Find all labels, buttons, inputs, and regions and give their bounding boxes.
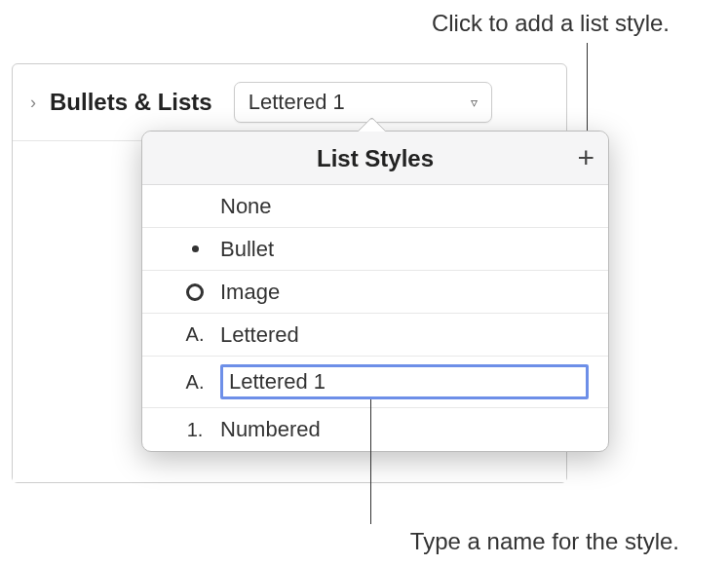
style-list: None Bullet Image A. Lettered A. 1. Numb…	[142, 185, 608, 451]
chevron-right-icon[interactable]: ›	[30, 93, 36, 113]
add-style-button[interactable]: +	[577, 143, 594, 172]
circle-icon	[179, 283, 211, 301]
section-label: Bullets & Lists	[50, 89, 212, 116]
style-label: Bullet	[220, 237, 274, 262]
style-item-lettered1[interactable]: A.	[142, 357, 608, 408]
style-item-bullet[interactable]: Bullet	[142, 228, 608, 271]
list-styles-popover: List Styles + None Bullet Image A. Lette…	[141, 131, 609, 452]
popover-header: List Styles +	[142, 132, 608, 185]
dropdown-value: Lettered 1	[249, 90, 345, 115]
style-item-none[interactable]: None	[142, 185, 608, 228]
style-name-input[interactable]	[220, 364, 589, 399]
popover-title: List Styles	[317, 145, 434, 171]
style-item-numbered[interactable]: 1. Numbered	[142, 408, 608, 451]
style-item-lettered[interactable]: A. Lettered	[142, 314, 608, 357]
marker-lettered: A.	[179, 323, 211, 346]
callout-add-style: Click to add a list style.	[432, 10, 670, 37]
style-label: Numbered	[220, 417, 321, 442]
list-style-dropdown[interactable]: Lettered 1 ▿	[234, 82, 492, 123]
bullet-icon	[179, 245, 211, 252]
style-label: Image	[220, 280, 280, 305]
marker-numbered: 1.	[179, 419, 211, 441]
chevron-down-icon: ▿	[471, 94, 478, 110]
callout-line-bottom	[370, 399, 371, 524]
style-item-image[interactable]: Image	[142, 271, 608, 314]
callout-type-name: Type a name for the style.	[410, 528, 679, 555]
style-label: Lettered	[220, 322, 299, 348]
marker-lettered1: A.	[179, 371, 211, 394]
style-label: None	[220, 194, 272, 219]
